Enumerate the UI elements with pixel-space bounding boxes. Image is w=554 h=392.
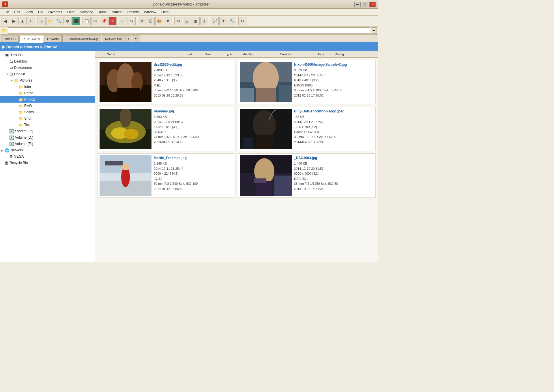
paste-button[interactable]: 📌: [100, 17, 108, 25]
tree-item[interactable]: 📁RAW: [0, 103, 95, 109]
search-button[interactable]: 🔍: [55, 17, 63, 25]
col-rating[interactable]: Rating: [334, 52, 351, 56]
minimize-button[interactable]: ─: [354, 2, 361, 7]
tree-expand-icon[interactable]: [15, 111, 18, 114]
tree-item[interactable]: 📁Photo: [0, 90, 95, 96]
tree-expand-icon[interactable]: [6, 66, 9, 69]
col-created[interactable]: Created: [279, 52, 316, 56]
tree-expand-icon[interactable]: [15, 98, 18, 101]
tree-expand-icon[interactable]: ▶: [1, 149, 5, 152]
delete-button[interactable]: ✕: [108, 17, 117, 25]
menu-go[interactable]: Go: [36, 10, 45, 15]
file-name[interactable]: bananas.jpg: [154, 109, 233, 113]
tree-item[interactable]: 📁Photo2: [0, 96, 95, 103]
file-item[interactable]: _DSC3003.jpg 1.408 KB 2014-12-12 20:31:5…: [238, 153, 376, 198]
tree-expand-icon[interactable]: [6, 60, 9, 63]
menu-favorites[interactable]: Favorites: [46, 10, 64, 15]
menu-window[interactable]: Window: [142, 10, 159, 15]
detail-button[interactable]: 1: [200, 17, 208, 25]
col-name[interactable]: Name: [106, 52, 186, 56]
tree-item[interactable]: 🖥VEGA: [0, 153, 95, 160]
refresh-button[interactable]: ↻: [27, 17, 35, 25]
tab-photo2-close[interactable]: ✕: [38, 37, 40, 41]
tree-expand-icon[interactable]: [1, 54, 5, 57]
file-name[interactable]: Martin_Freeman.jpg: [154, 156, 233, 160]
send-button[interactable]: ✉: [174, 17, 182, 25]
tree-expand-icon[interactable]: ▼: [6, 73, 9, 76]
tree-item[interactable]: 📁Inter: [0, 84, 95, 90]
forward-button[interactable]: ▶: [10, 17, 18, 25]
tree-expand-icon[interactable]: [1, 161, 5, 165]
grid-button[interactable]: ⊞: [183, 17, 191, 25]
tab-add-button[interactable]: +: [126, 35, 131, 42]
tree-item[interactable]: 💽System (C:): [0, 128, 95, 134]
breadcrumb-photo2[interactable]: Photo2: [44, 45, 57, 49]
back-button[interactable]: ◀: [1, 17, 9, 25]
copy-to-button[interactable]: ⧉: [138, 17, 146, 25]
check-button[interactable]: ☑: [147, 17, 155, 25]
col-ext[interactable]: Ext: [186, 52, 204, 56]
tree-item[interactable]: ▶🌐Network: [0, 147, 95, 153]
menu-file[interactable]: File: [1, 10, 11, 15]
tree-item[interactable]: 📁Scans: [0, 109, 95, 115]
cut-button[interactable]: ✂: [91, 17, 99, 25]
list-button[interactable]: ▦: [192, 17, 200, 25]
redo-button[interactable]: ↪: [128, 17, 136, 25]
copy-button[interactable]: 📋: [83, 17, 91, 25]
tab-mousedown[interactable]: E: MouseDownBlowUp: [62, 35, 101, 42]
tree-expand-icon[interactable]: ▼: [10, 79, 14, 82]
col-size[interactable]: Size: [204, 52, 224, 56]
address-input[interactable]: Donald\Pictures\Photo2: [8, 27, 370, 34]
tab-north[interactable]: E: North: [44, 35, 62, 42]
up-button[interactable]: ▲: [18, 17, 27, 25]
tools2-button[interactable]: 🔧: [228, 17, 236, 25]
file-name[interactable]: Nikon-D600-Image-Sample-3.jpg: [294, 63, 374, 67]
tree-expand-icon[interactable]: [15, 92, 18, 95]
col-modified[interactable]: Modified: [241, 52, 279, 56]
file-name[interactable]: Billy-Bob-Thornton-Fargo.jpeg: [294, 109, 374, 113]
home-button[interactable]: ⌂: [38, 17, 46, 25]
menu-panes[interactable]: Panes: [109, 10, 124, 15]
tree-item[interactable]: 💻This PC: [0, 52, 95, 58]
tree-item[interactable]: 📁Test: [0, 122, 95, 128]
file-item[interactable]: dscf2536-edit.jpg 2.188 KB 2014-12-13 15…: [98, 60, 235, 104]
tree-expand-icon[interactable]: [15, 104, 18, 108]
filter-button[interactable]: ▼: [164, 17, 172, 25]
address-dropdown[interactable]: ▼: [371, 27, 377, 34]
breadcrumb-donald[interactable]: Donald: [6, 45, 19, 49]
menu-edit[interactable]: Edit: [12, 10, 23, 15]
file-item[interactable]: bananas.jpg 3.683 KB 2014-12-08 21:08:54…: [98, 107, 235, 151]
breadcrumb-pictures[interactable]: Pictures: [24, 45, 39, 49]
tree-item[interactable]: 💽Volume (D:): [0, 134, 95, 141]
tab-photo2[interactable]: C: Photo2 ✕: [19, 36, 43, 43]
tree-item[interactable]: 💽Volume (E:): [0, 141, 95, 147]
menu-tools[interactable]: Tools: [96, 10, 109, 15]
tree-item[interactable]: 🗑Recycle Bin: [0, 160, 95, 166]
zoom-button[interactable]: 🔎: [211, 17, 219, 25]
file-item[interactable]: Martin_Freeman.jpg 1.248 KB 2014-12-11 2…: [98, 153, 235, 198]
col-tags[interactable]: Tags: [316, 52, 334, 56]
file-name[interactable]: dscf2536-edit.jpg: [154, 63, 233, 67]
menu-scripting[interactable]: Scripting: [78, 10, 96, 15]
tag-button[interactable]: ⬛: [72, 17, 80, 25]
tree-expand-icon[interactable]: [6, 155, 9, 158]
menu-view[interactable]: View: [23, 10, 35, 15]
color-button[interactable]: 🎨: [155, 17, 163, 25]
tab-thispc[interactable]: This PC: [1, 35, 19, 42]
close-button[interactable]: ✕: [369, 2, 376, 7]
tree-item[interactable]: 🗂Desktop: [0, 58, 95, 65]
folder-button[interactable]: 📁: [46, 17, 54, 25]
menu-tabsets[interactable]: Tabsets: [124, 10, 141, 15]
tree-expand-icon[interactable]: [15, 85, 18, 88]
menu-help[interactable]: Help: [159, 10, 171, 15]
undo-button[interactable]: ↩: [119, 17, 127, 25]
tree-expand-icon[interactable]: [6, 136, 9, 139]
tree-item[interactable]: 📁Shot: [0, 115, 95, 122]
tree-item[interactable]: ▼🗂Donald: [0, 71, 95, 77]
star-button[interactable]: ★: [219, 17, 227, 25]
tree-item[interactable]: ▼📁Pictures: [0, 77, 95, 84]
col-type[interactable]: Type: [224, 52, 241, 56]
tree-expand-icon[interactable]: [15, 123, 18, 127]
scan-button[interactable]: ⊕: [63, 17, 72, 25]
update-button[interactable]: ↻: [238, 17, 246, 25]
